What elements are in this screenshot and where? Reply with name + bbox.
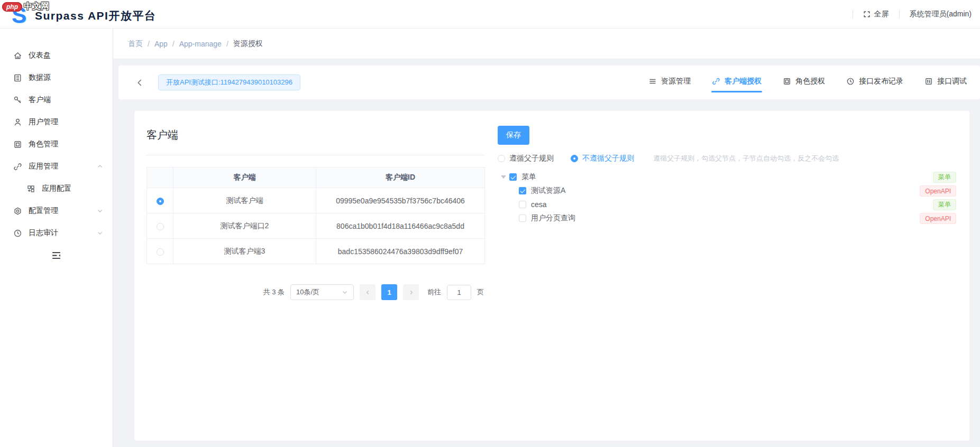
app-window: php 中文网 S Surpass API开放平台 全屏 系统管理员(admin… [0,0,980,447]
frame-icon [783,77,791,86]
header-right: 全屏 系统管理员(admin) [842,0,980,28]
tab-label: 角色授权 [795,77,825,86]
breadcrumb-home[interactable]: 首页 [128,39,143,49]
sidebar-item-label: 客户端 [29,95,51,105]
radio-unselected [498,155,505,162]
tab-label: 资源管理 [661,77,691,86]
main-area: 首页 / App / App-manage / 资源授权 开放API测试接口:1… [113,29,980,447]
rule-option-label: 不遵循父子规则 [582,154,634,163]
tree-node-label: cesa [531,200,547,209]
tab-publish-record[interactable]: 接口发布记录 [846,72,904,92]
prev-page-button[interactable] [360,284,375,300]
fullscreen-button[interactable]: 全屏 [863,10,889,19]
open-api-tag[interactable]: 开放API测试接口:1194279439010103296 [158,74,300,90]
sidebar-item-dashboard[interactable]: 仪表盘 [0,44,113,67]
tab-resource-manage[interactable]: 资源管理 [648,72,691,92]
page-unit-label: 页 [477,287,484,297]
tree-node-test-resource-a[interactable]: 测试资源A OpenAPI [498,184,956,198]
row-radio-selected[interactable] [157,198,164,205]
sidebar-item-log-audit[interactable]: 日志审计 [0,222,113,244]
tab-api-debug[interactable]: 接口调试 [924,72,967,92]
page-size-select[interactable]: 10条/页 [290,284,354,300]
tab-label: 接口调试 [937,77,967,86]
page-number-button[interactable]: 1 [381,284,397,300]
breadcrumb-separator: / [172,40,175,48]
rule-option-not-follow[interactable]: 不遵循父子规则 [571,154,634,163]
app-title: Surpass API开放平台 [35,8,156,23]
sidebar-collapse-icon[interactable] [51,250,61,260]
sidebar-item-config-manage[interactable]: 配置管理 [0,200,113,222]
breadcrumb-current: 资源授权 [233,39,263,49]
role-icon [13,140,22,149]
client-name-cell: 测试客户端3 [173,239,316,264]
tab-bar: 资源管理 客户端授权 角色授权 接口发布记录 [648,72,967,92]
sidebar-item-label: 仪表盘 [29,51,51,60]
list-icon [648,77,657,86]
tree-node-user-page-query[interactable]: 用户分页查询 OpenAPI [498,211,956,225]
link-icon [13,162,22,171]
header: php 中文网 S Surpass API开放平台 全屏 系统管理员(admin… [0,0,980,29]
checkbox-unchecked[interactable] [519,201,526,208]
tab-client-auth[interactable]: 客户端授权 [711,72,762,92]
client-id-cell: badc153586024476a39803d9dff9ef07 [316,239,485,264]
client-id-cell: 09995e0a9e954535b7f3756c7bc46406 [316,188,485,213]
gear-icon [13,207,22,216]
tree-node-menu[interactable]: 菜单 菜单 [498,170,956,184]
rule-option-follow[interactable]: 遵循父子规则 [498,154,554,163]
page-size-value: 10条/页 [296,287,319,297]
current-user[interactable]: 系统管理员(admin) [910,10,972,19]
rule-option-label: 遵循父子规则 [509,154,554,163]
node-type-tag: 菜单 [933,172,956,183]
breadcrumb-app-manage[interactable]: App-manage [179,40,222,48]
breadcrumb-separator: / [148,40,150,48]
caret-down-icon[interactable] [498,173,509,181]
sidebar-item-datasource[interactable]: 数据源 [0,67,113,89]
header-divider [853,10,853,18]
sidebar-item-app-config[interactable]: 应用配置 [0,178,113,200]
sidebar-item-label: 应用配置 [42,184,71,193]
back-button[interactable] [135,78,144,87]
tree-node-label: 用户分页查询 [531,213,575,223]
grid-plus-icon [26,184,35,193]
rule-hint: 遵循父子规则，勾选父节点，子节点自动勾选，反之不会勾选 [653,154,839,163]
sidebar-item-label: 日志审计 [29,228,58,238]
client-panel-title: 客户端 [146,125,485,155]
goto-label: 前往 [427,287,441,297]
fullscreen-icon [863,11,871,18]
next-page-button[interactable] [403,284,419,300]
radio-column-header [147,167,173,188]
sidebar-item-users[interactable]: 用户管理 [0,111,113,133]
chevron-up-icon [97,163,103,170]
fullscreen-label: 全屏 [874,10,889,19]
tab-label: 接口发布记录 [859,77,903,86]
checkbox-checked[interactable] [519,187,526,194]
row-radio[interactable] [157,248,164,256]
sidebar: 仪表盘 数据源 客户端 用户管理 角色管理 应用管理 [0,29,113,447]
table-row: 测试客户端3 badc153586024476a39803d9dff9ef07 [147,239,485,264]
chevron-down-icon [342,289,348,295]
home-icon [13,51,22,60]
pagination-total: 共 3 条 [263,287,285,297]
client-id-column-header: 客户端ID [316,167,485,188]
tree-node-cesa[interactable]: cesa 菜单 [498,198,956,211]
breadcrumb-app[interactable]: App [154,40,168,48]
php-logo-badge: php [2,2,22,12]
sidebar-item-app-manage[interactable]: 应用管理 [0,155,113,178]
checkbox-unchecked[interactable] [519,215,526,222]
chevron-down-icon [97,230,103,236]
sidebar-item-client[interactable]: 客户端 [0,89,113,111]
toolbar-card: 开放API测试接口:1194279439010103296 资源管理 客户端授权 [118,66,980,99]
client-panel: 客户端 客户端 客户端ID [146,125,485,441]
header-divider [899,10,900,18]
clock-icon [13,229,22,238]
save-button[interactable]: 保存 [498,126,529,145]
checkbox-checked[interactable] [509,173,517,181]
goto-page-input[interactable] [447,285,471,300]
tab-role-auth[interactable]: 角色授权 [782,72,826,92]
breadcrumb-separator: / [226,40,228,48]
table-row: 测试客户端 09995e0a9e954535b7f3756c7bc46406 [147,188,485,213]
sidebar-item-roles[interactable]: 角色管理 [0,133,113,155]
client-column-header: 客户端 [173,167,316,188]
row-radio[interactable] [157,223,164,230]
resource-tree: 菜单 菜单 测试资源A OpenAPI [498,170,956,225]
